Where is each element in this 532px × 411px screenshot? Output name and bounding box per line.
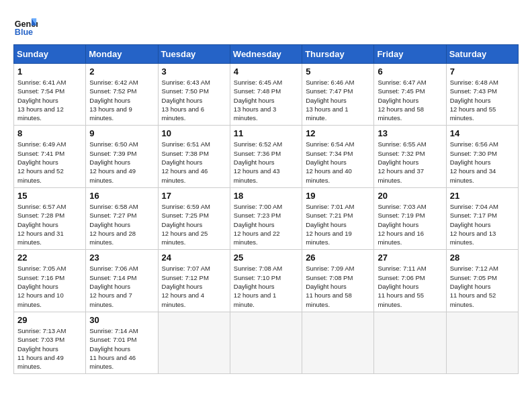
svg-text:Blue: Blue — [15, 28, 33, 37]
day-number: 25 — [234, 253, 298, 263]
day-info: Sunrise: 7:04 AM Sunset: 7:17 PM Dayligh… — [450, 202, 515, 246]
day-info: Sunrise: 7:05 AM Sunset: 7:16 PM Dayligh… — [17, 264, 82, 308]
day-cell: 2 Sunrise: 6:42 AM Sunset: 7:52 PM Dayli… — [86, 64, 158, 126]
day-info: Sunrise: 6:51 AM Sunset: 7:38 PM Dayligh… — [162, 140, 226, 184]
day-number: 5 — [306, 66, 370, 77]
day-number: 30 — [89, 315, 154, 325]
header-day-sunday: Sunday — [14, 45, 86, 64]
day-number: 3 — [162, 66, 226, 77]
day-number: 4 — [234, 66, 298, 77]
day-info: Sunrise: 6:52 AM Sunset: 7:36 PM Dayligh… — [234, 140, 298, 184]
day-info: Sunrise: 7:08 AM Sunset: 7:10 PM Dayligh… — [234, 264, 298, 308]
day-cell: 10 Sunrise: 6:51 AM Sunset: 7:38 PM Dayl… — [158, 126, 230, 187]
day-info: Sunrise: 6:41 AM Sunset: 7:54 PM Dayligh… — [17, 78, 82, 122]
day-cell: 25 Sunrise: 7:08 AM Sunset: 7:10 PM Dayl… — [230, 250, 302, 312]
empty-cell — [302, 312, 374, 373]
calendar-week-row: 1 Sunrise: 6:41 AM Sunset: 7:54 PM Dayli… — [14, 64, 519, 126]
day-cell: 21 Sunrise: 7:04 AM Sunset: 7:17 PM Dayl… — [446, 187, 518, 249]
day-info: Sunrise: 7:00 AM Sunset: 7:23 PM Dayligh… — [234, 202, 298, 246]
day-number: 10 — [162, 128, 226, 138]
day-cell: 30 Sunrise: 7:14 AM Sunset: 7:01 PM Dayl… — [86, 312, 158, 373]
day-cell: 19 Sunrise: 7:01 AM Sunset: 7:21 PM Dayl… — [302, 187, 374, 249]
header-day-tuesday: Tuesday — [158, 45, 230, 64]
header-day-wednesday: Wednesday — [230, 45, 302, 64]
day-number: 17 — [162, 191, 226, 201]
day-number: 9 — [89, 128, 154, 138]
day-number: 12 — [306, 128, 370, 138]
day-info: Sunrise: 6:47 AM Sunset: 7:45 PM Dayligh… — [378, 78, 442, 122]
day-cell: 6 Sunrise: 6:47 AM Sunset: 7:45 PM Dayli… — [374, 64, 446, 126]
day-number: 29 — [17, 315, 82, 325]
day-info: Sunrise: 6:46 AM Sunset: 7:47 PM Dayligh… — [306, 78, 370, 122]
day-cell: 12 Sunrise: 6:54 AM Sunset: 7:34 PM Dayl… — [302, 126, 374, 187]
day-cell: 9 Sunrise: 6:50 AM Sunset: 7:39 PM Dayli… — [86, 126, 158, 187]
day-number: 16 — [89, 191, 154, 201]
day-info: Sunrise: 6:43 AM Sunset: 7:50 PM Dayligh… — [162, 78, 226, 122]
header-day-monday: Monday — [86, 45, 158, 64]
day-info: Sunrise: 6:56 AM Sunset: 7:30 PM Dayligh… — [450, 140, 515, 184]
day-cell: 23 Sunrise: 7:06 AM Sunset: 7:14 PM Dayl… — [86, 250, 158, 312]
day-cell: 5 Sunrise: 6:46 AM Sunset: 7:47 PM Dayli… — [302, 64, 374, 126]
empty-cell — [446, 312, 518, 373]
day-number: 14 — [450, 128, 515, 138]
day-info: Sunrise: 6:55 AM Sunset: 7:32 PM Dayligh… — [378, 140, 442, 184]
day-number: 2 — [89, 66, 154, 77]
day-cell: 7 Sunrise: 6:48 AM Sunset: 7:43 PM Dayli… — [446, 64, 518, 126]
day-number: 24 — [162, 253, 226, 263]
day-number: 20 — [378, 191, 442, 201]
day-number: 13 — [378, 128, 442, 138]
day-cell: 11 Sunrise: 6:52 AM Sunset: 7:36 PM Dayl… — [230, 126, 302, 187]
day-cell: 29 Sunrise: 7:13 AM Sunset: 7:03 PM Dayl… — [14, 312, 86, 373]
day-cell: 18 Sunrise: 7:00 AM Sunset: 7:23 PM Dayl… — [230, 187, 302, 249]
header-day-friday: Friday — [374, 45, 446, 64]
page-header: General Blue — [13, 13, 519, 38]
day-info: Sunrise: 7:06 AM Sunset: 7:14 PM Dayligh… — [89, 264, 154, 308]
day-info: Sunrise: 7:03 AM Sunset: 7:19 PM Dayligh… — [378, 202, 442, 246]
day-info: Sunrise: 6:58 AM Sunset: 7:27 PM Dayligh… — [89, 202, 154, 246]
day-cell: 1 Sunrise: 6:41 AM Sunset: 7:54 PM Dayli… — [14, 64, 86, 126]
day-number: 21 — [450, 191, 515, 201]
day-cell: 16 Sunrise: 6:58 AM Sunset: 7:27 PM Dayl… — [86, 187, 158, 249]
day-info: Sunrise: 6:45 AM Sunset: 7:48 PM Dayligh… — [234, 78, 298, 122]
day-number: 11 — [234, 128, 298, 138]
day-cell: 3 Sunrise: 6:43 AM Sunset: 7:50 PM Dayli… — [158, 64, 230, 126]
day-cell: 13 Sunrise: 6:55 AM Sunset: 7:32 PM Dayl… — [374, 126, 446, 187]
empty-cell — [158, 312, 230, 373]
day-info: Sunrise: 6:54 AM Sunset: 7:34 PM Dayligh… — [306, 140, 370, 184]
day-number: 22 — [17, 253, 82, 263]
day-info: Sunrise: 7:12 AM Sunset: 7:05 PM Dayligh… — [450, 264, 515, 308]
day-number: 15 — [17, 191, 82, 201]
calendar-week-row: 8 Sunrise: 6:49 AM Sunset: 7:41 PM Dayli… — [14, 126, 519, 187]
day-number: 8 — [17, 128, 82, 138]
day-cell: 17 Sunrise: 6:59 AM Sunset: 7:25 PM Dayl… — [158, 187, 230, 249]
day-cell: 28 Sunrise: 7:12 AM Sunset: 7:05 PM Dayl… — [446, 250, 518, 312]
day-info: Sunrise: 7:13 AM Sunset: 7:03 PM Dayligh… — [17, 326, 82, 371]
day-cell: 22 Sunrise: 7:05 AM Sunset: 7:16 PM Dayl… — [14, 250, 86, 312]
day-info: Sunrise: 6:42 AM Sunset: 7:52 PM Dayligh… — [89, 78, 154, 122]
day-number: 18 — [234, 191, 298, 201]
day-number: 28 — [450, 253, 515, 263]
calendar-table: SundayMondayTuesdayWednesdayThursdayFrid… — [13, 44, 519, 374]
day-info: Sunrise: 7:11 AM Sunset: 7:06 PM Dayligh… — [378, 264, 442, 308]
day-cell: 8 Sunrise: 6:49 AM Sunset: 7:41 PM Dayli… — [14, 126, 86, 187]
empty-cell — [230, 312, 302, 373]
day-number: 19 — [306, 191, 370, 201]
day-cell: 27 Sunrise: 7:11 AM Sunset: 7:06 PM Dayl… — [374, 250, 446, 312]
calendar-week-row: 22 Sunrise: 7:05 AM Sunset: 7:16 PM Dayl… — [14, 250, 519, 312]
day-cell: 26 Sunrise: 7:09 AM Sunset: 7:08 PM Dayl… — [302, 250, 374, 312]
day-info: Sunrise: 6:57 AM Sunset: 7:28 PM Dayligh… — [17, 202, 82, 246]
calendar-week-row: 15 Sunrise: 6:57 AM Sunset: 7:28 PM Dayl… — [14, 187, 519, 249]
header-day-saturday: Saturday — [446, 45, 518, 64]
day-info: Sunrise: 6:59 AM Sunset: 7:25 PM Dayligh… — [162, 202, 226, 246]
day-cell: 20 Sunrise: 7:03 AM Sunset: 7:19 PM Dayl… — [374, 187, 446, 249]
day-number: 23 — [89, 253, 154, 263]
calendar-week-row: 29 Sunrise: 7:13 AM Sunset: 7:03 PM Dayl… — [14, 312, 519, 373]
day-number: 6 — [378, 66, 442, 77]
logo-icon: General Blue — [13, 13, 38, 38]
day-info: Sunrise: 7:01 AM Sunset: 7:21 PM Dayligh… — [306, 202, 370, 246]
day-number: 7 — [450, 66, 515, 77]
day-number: 27 — [378, 253, 442, 263]
header-day-thursday: Thursday — [302, 45, 374, 64]
day-info: Sunrise: 7:09 AM Sunset: 7:08 PM Dayligh… — [306, 264, 370, 308]
day-info: Sunrise: 7:14 AM Sunset: 7:01 PM Dayligh… — [89, 326, 154, 371]
